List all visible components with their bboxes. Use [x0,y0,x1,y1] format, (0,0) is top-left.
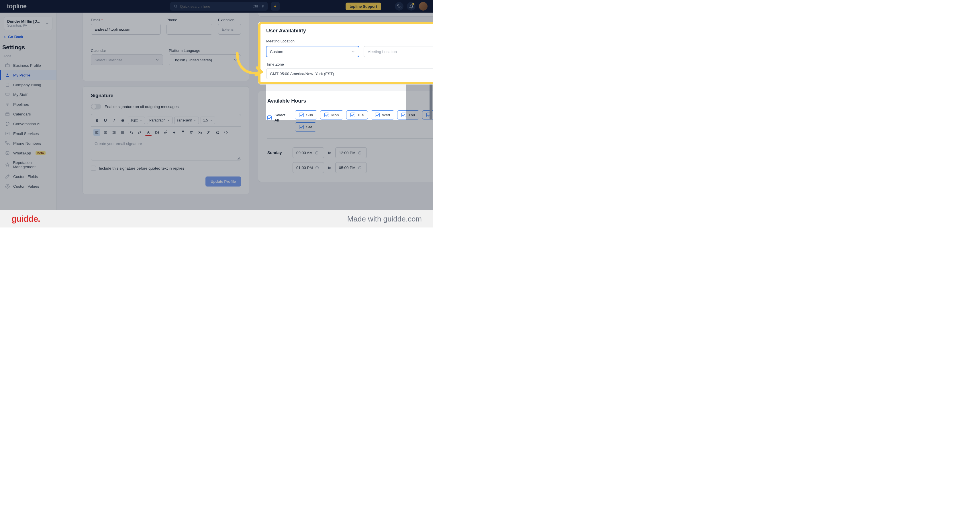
main-content: Email* Phone Extension Calendar [57,13,433,228]
guidde-logo: guidde. [11,214,40,224]
timezone-label: Time Zone [266,62,433,67]
day-chip-wed[interactable]: Wed [371,110,394,119]
made-with-text: Made with guidde.com [347,215,422,223]
day-chip-tue[interactable]: Tue [346,110,368,119]
select-all-checkbox[interactable] [267,115,272,120]
chevron-down-icon [351,49,355,54]
meeting-location-label: Meeting Location [266,39,359,43]
day-chip-sun[interactable]: Sun [295,110,317,119]
watermark-footer: guidde. Made with guidde.com [0,210,433,228]
meeting-location-input[interactable] [364,46,433,57]
day-chip-mon[interactable]: Mon [320,110,343,119]
annotation-arrow [233,51,267,82]
timezone-select[interactable]: GMT-05:00 America/New_York (EST) [266,68,433,79]
user-availability-card: User Availability Meeting Location Custo… [258,22,433,84]
availability-title: User Availability [266,28,433,34]
meeting-location-select[interactable]: Custom [266,46,359,57]
